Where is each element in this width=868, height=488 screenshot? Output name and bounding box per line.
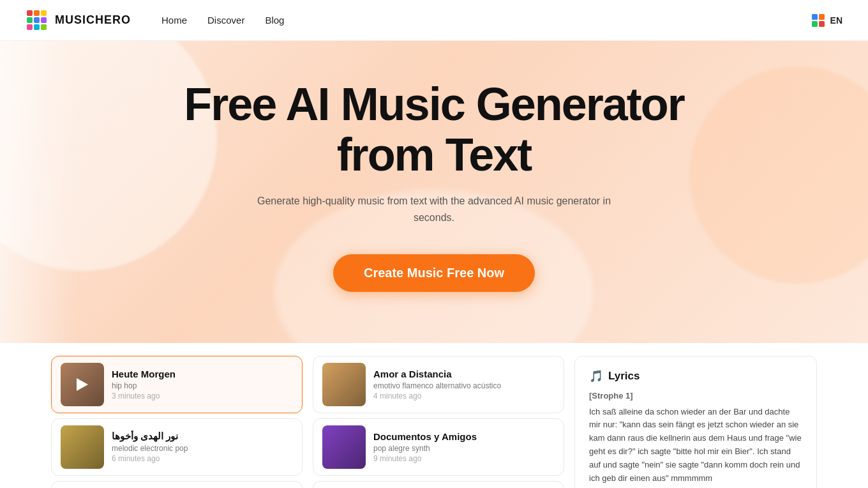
song-card[interactable]: Heute Morgenhip hop3 minutes ago bbox=[51, 356, 303, 413]
svg-rect-0 bbox=[27, 10, 33, 16]
song-genre: emotivo flamenco alternativo acústico bbox=[373, 381, 555, 390]
language-icon[interactable] bbox=[811, 13, 825, 27]
lyrics-strophe: [Strophe 1] bbox=[589, 391, 802, 400]
svg-rect-9 bbox=[812, 14, 818, 20]
cta-button[interactable]: Create Music Free Now bbox=[333, 254, 535, 292]
svg-rect-1 bbox=[34, 10, 40, 16]
song-info: Amor a Distanciaemotivo flamenco alterna… bbox=[373, 369, 555, 400]
song-title: نور الهدى وأخوها bbox=[112, 431, 293, 442]
song-title: Amor a Distancia bbox=[373, 369, 555, 379]
song-col-right: Amor a Distanciaemotivo flamenco alterna… bbox=[313, 356, 564, 488]
svg-rect-12 bbox=[819, 21, 825, 27]
song-time: 6 minutes ago bbox=[112, 454, 293, 463]
song-card[interactable]: Amor a Distanciaemotivo flamenco alterna… bbox=[313, 356, 564, 413]
song-card[interactable]: Heute Morgentechno8 minutes ago bbox=[51, 481, 303, 488]
song-card[interactable]: Amor en la Distanciaesperanzador emotivo… bbox=[313, 481, 564, 488]
lyrics-panel: 🎵 Lyrics [Strophe 1] Ich saß alleine da … bbox=[574, 356, 817, 488]
song-info: Documentos y Amigospop alegre synth9 min… bbox=[373, 431, 555, 463]
hero-blob-2 bbox=[689, 66, 868, 284]
logo-icon bbox=[26, 9, 49, 32]
lang-label[interactable]: EN bbox=[830, 15, 842, 26]
song-title: Documentos y Amigos bbox=[373, 431, 555, 442]
svg-rect-11 bbox=[812, 21, 818, 27]
svg-rect-5 bbox=[41, 17, 47, 23]
song-thumbnail bbox=[322, 363, 366, 406]
song-genre: hip hop bbox=[112, 381, 293, 390]
song-thumbnail bbox=[61, 363, 104, 406]
song-title: Heute Morgen bbox=[112, 369, 293, 379]
navbar: MUSICHERO Home Discover Blog EN bbox=[0, 0, 868, 41]
svg-rect-3 bbox=[27, 17, 33, 23]
svg-rect-10 bbox=[819, 14, 825, 20]
nav-discover[interactable]: Discover bbox=[207, 15, 244, 26]
song-genre: melodic electronic pop bbox=[112, 444, 293, 453]
nav-home[interactable]: Home bbox=[161, 15, 187, 26]
nav-right: EN bbox=[811, 13, 842, 27]
hero-section: Free AI Music Generator from Text Genera… bbox=[0, 41, 868, 343]
song-card[interactable]: Documentos y Amigospop alegre synth9 min… bbox=[313, 418, 564, 476]
lyrics-text: Ich saß alleine da schon wieder an der B… bbox=[589, 406, 802, 488]
song-info: Heute Morgenhip hop3 minutes ago bbox=[112, 369, 293, 400]
cards-section: Heute Morgenhip hop3 minutes agoنور الهد… bbox=[0, 343, 868, 488]
svg-rect-6 bbox=[27, 24, 33, 30]
song-time: 3 minutes ago bbox=[112, 392, 293, 400]
song-col-left: Heute Morgenhip hop3 minutes agoنور الهد… bbox=[51, 356, 303, 488]
song-time: 9 minutes ago bbox=[373, 454, 555, 463]
song-info: نور الهدى وأخوهاmelodic electronic pop6 … bbox=[112, 431, 293, 463]
song-thumbnail bbox=[322, 425, 366, 469]
svg-rect-8 bbox=[41, 24, 47, 30]
svg-rect-7 bbox=[34, 24, 40, 30]
lyrics-icon: 🎵 bbox=[589, 369, 603, 383]
song-card[interactable]: نور الهدى وأخوهاmelodic electronic pop6 … bbox=[51, 418, 303, 476]
song-time: 4 minutes ago bbox=[373, 392, 555, 400]
hero-subtitle: Generate high-quality music from text wi… bbox=[243, 193, 625, 225]
logo-link[interactable]: MUSICHERO bbox=[26, 9, 131, 32]
lyrics-header: 🎵 Lyrics bbox=[589, 369, 802, 383]
nav-links: Home Discover Blog bbox=[161, 15, 284, 26]
play-overlay bbox=[61, 363, 104, 406]
brand-name: MUSICHERO bbox=[55, 13, 131, 27]
song-thumbnail bbox=[61, 425, 104, 469]
nav-blog[interactable]: Blog bbox=[265, 15, 284, 26]
song-genre: pop alegre synth bbox=[373, 444, 555, 453]
svg-rect-2 bbox=[41, 10, 47, 16]
lyrics-title: Lyrics bbox=[608, 370, 640, 383]
hero-headline: Free AI Music Generator from Text bbox=[184, 79, 684, 180]
svg-rect-4 bbox=[34, 17, 40, 23]
